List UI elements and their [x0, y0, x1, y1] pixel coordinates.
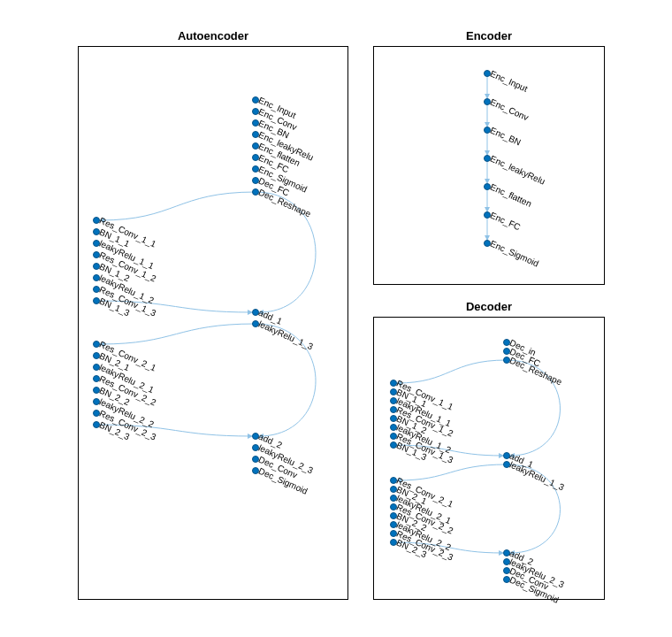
- edge: [397, 360, 507, 383]
- panel-autoencoder: AutoencoderEnc_InputEnc_ConvEnc_BNEnc_le…: [78, 46, 348, 600]
- node-label: Enc_flatten: [489, 181, 533, 208]
- node-label: leakyRelu_1_3: [257, 318, 315, 351]
- node-label: Enc_Sigmoid: [489, 238, 540, 268]
- node-label: Enc_FC: [489, 210, 522, 232]
- edge: [397, 464, 507, 480]
- node-label: Enc_Conv: [489, 96, 531, 122]
- node-label: Enc_Input: [489, 68, 530, 93]
- edge: [100, 192, 256, 220]
- node-label: Enc_BN: [489, 125, 523, 147]
- edge: [100, 324, 256, 344]
- panel-title-decoder: Decoder: [374, 300, 604, 313]
- node-label: leakyRelu_1_3: [508, 459, 566, 492]
- panel-encoder: EncoderEnc_InputEnc_ConvEnc_BNEnc_leakyR…: [373, 46, 605, 285]
- node-label: Enc_leakyRelu: [489, 153, 546, 186]
- panel-title-encoder: Encoder: [374, 29, 604, 42]
- panel-title-autoencoder: Autoencoder: [79, 29, 347, 42]
- panel-decoder: DecoderDec_inDec_FCDec_ReshapeRes_Conv_1…: [373, 317, 605, 600]
